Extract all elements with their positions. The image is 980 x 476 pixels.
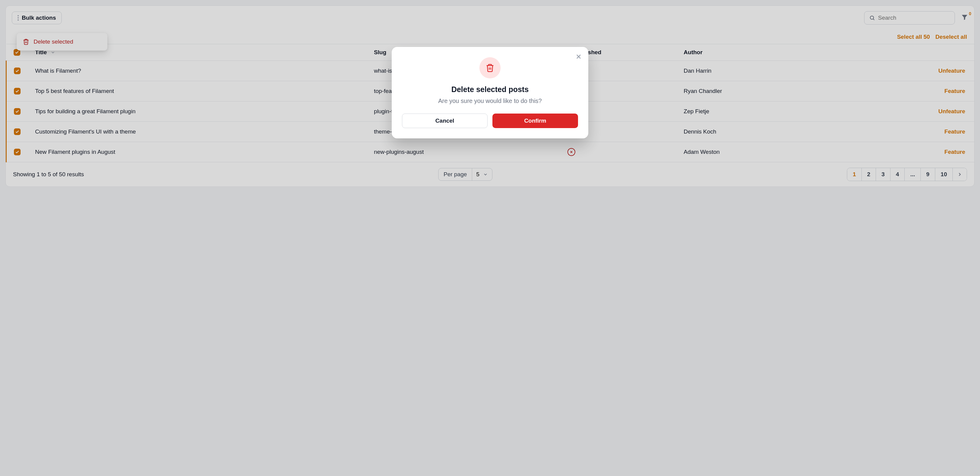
modal-title: Delete selected posts: [402, 85, 578, 94]
modal-close-button[interactable]: [575, 53, 582, 61]
modal-subtitle: Are you sure you would like to do this?: [402, 97, 578, 104]
modal-icon-circle: [479, 57, 501, 78]
trash-icon: [485, 63, 495, 72]
modal-actions: Cancel Confirm: [402, 113, 578, 128]
close-icon: [575, 53, 582, 60]
cancel-button[interactable]: Cancel: [402, 113, 488, 128]
confirm-button[interactable]: Confirm: [492, 113, 578, 128]
modal-overlay[interactable]: Delete selected posts Are you sure you w…: [0, 0, 980, 476]
confirm-delete-modal: Delete selected posts Are you sure you w…: [392, 47, 588, 138]
